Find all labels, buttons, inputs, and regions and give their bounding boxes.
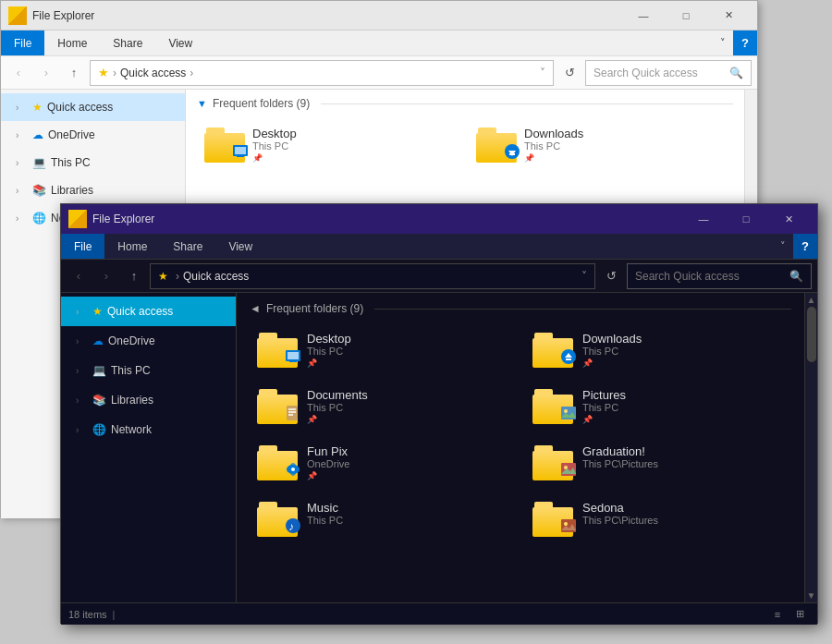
dark-search-box[interactable]: Search Quick access 🔍 (627, 263, 812, 289)
dark-pictures-pin-icon: 📌 (582, 415, 784, 424)
light-folder-downloads[interactable]: Downloads This PC 📌 (469, 121, 733, 168)
light-section-header: ▼ Frequent folders (9) (197, 97, 733, 110)
dark-sidebar-item-quickaccess[interactable]: › ★ Quick access (61, 297, 236, 326)
dark-close-button[interactable]: ✕ (767, 204, 810, 234)
dark-scrollbar[interactable]: ▲ ▼ (804, 293, 817, 602)
dark-ribbon-help[interactable]: ? (793, 234, 817, 259)
dark-tab-home[interactable]: Home (104, 234, 160, 259)
dark-downloads-name: Downloads (582, 332, 784, 346)
light-up-button[interactable]: ↑ (62, 61, 86, 85)
dark-status-text: 18 items (68, 609, 107, 620)
svg-rect-12 (287, 406, 298, 420)
dark-folder-graduation[interactable]: Graduation! This PC\Pictures 📌 (525, 439, 791, 486)
dark-scrollbar-thumb[interactable] (807, 307, 816, 362)
dark-onedrive-cloud-icon: ☁ (92, 334, 104, 347)
dark-documents-name: Documents (307, 388, 508, 402)
dark-funpix-name: Fun Pix (307, 444, 508, 458)
light-ribbon-help[interactable]: ? (733, 30, 757, 55)
light-sidebar-item-quickaccess[interactable]: › ★ Quick access (1, 93, 185, 121)
dark-status-divider: | (113, 609, 116, 620)
light-desktop-name: Desktop (252, 127, 454, 140)
light-window-controls: — □ ✕ (622, 1, 750, 30)
dark-desktop-badge-icon (285, 348, 301, 365)
light-tab-file[interactable]: File (1, 30, 44, 55)
light-close-button[interactable]: ✕ (707, 1, 750, 30)
light-forward-button[interactable]: › (34, 61, 58, 85)
dark-downloads-badge-icon (560, 348, 577, 365)
dark-network-icon: 🌐 (92, 423, 106, 436)
dark-graduation-folder-info: Graduation! This PC\Pictures 📌 (582, 444, 784, 480)
light-sidebar-item-thispc[interactable]: › 💻 This PC (1, 149, 185, 176)
light-tab-share[interactable]: Share (100, 30, 155, 55)
dark-network-expand-icon: › (76, 425, 89, 435)
light-back-button[interactable]: ‹ (6, 61, 31, 85)
dark-folder-sedona[interactable]: Sedona This PC\Pictures 📌 (525, 495, 791, 542)
light-search-box[interactable]: Search Quick access 🔍 (585, 60, 752, 86)
dark-up-button[interactable]: ↑ (122, 264, 146, 288)
light-ribbon-bar: File Home Share View ˅ ? (1, 30, 757, 56)
dark-folder-funpix[interactable]: Fun Pix OneDrive 📌 (250, 439, 516, 486)
light-sidebar-libraries-label: Libraries (51, 184, 93, 197)
light-folder-desktop[interactable]: Desktop This PC 📌 (197, 121, 461, 168)
dark-folder-downloads[interactable]: Downloads This PC 📌 (525, 326, 791, 373)
light-sidebar-item-libraries[interactable]: › 📚 Libraries (1, 176, 185, 204)
dark-pictures-badge-icon (560, 405, 577, 421)
dark-folders-grid: Desktop This PC 📌 (250, 326, 791, 542)
dark-refresh-button[interactable]: ↺ (599, 264, 623, 288)
light-ribbon-chevron[interactable]: ˅ (713, 30, 733, 55)
dark-address-path[interactable]: ★ › Quick access ˅ (150, 263, 595, 289)
dark-ribbon-chevron[interactable]: ˅ (773, 234, 793, 259)
dark-quickaccess-expand-icon: › (76, 307, 89, 317)
dark-sidebar-item-network[interactable]: › 🌐 Network (61, 415, 236, 444)
dark-path-chevron-icon: ˅ (581, 270, 587, 283)
dark-documents-folder-info: Documents This PC 📌 (307, 388, 508, 424)
dark-maximize-button[interactable]: □ (725, 204, 767, 234)
light-section-divider (321, 103, 733, 104)
dark-window-title: File Explorer (92, 213, 682, 225)
dark-sidebar-thispc-label: This PC (111, 364, 151, 377)
light-refresh-button[interactable]: ↺ (557, 61, 581, 85)
light-tab-home[interactable]: Home (44, 30, 100, 55)
dark-details-view-button[interactable]: ≡ (767, 605, 788, 624)
dark-downloads-folder-icon (532, 333, 573, 368)
dark-sidebar-item-onedrive[interactable]: › ☁ OneDrive (61, 326, 236, 356)
light-desktop-folder-info: Desktop This PC 📌 (252, 127, 454, 163)
dark-path-text: Quick access (183, 270, 249, 283)
light-maximize-button[interactable]: □ (665, 1, 707, 30)
dark-tab-file[interactable]: File (61, 234, 104, 259)
dark-desktop-folder-info: Desktop This PC 📌 (307, 332, 508, 368)
dark-section-header: ◄ Frequent folders (9) (250, 302, 791, 315)
dark-sidebar-item-thispc[interactable]: › 💻 This PC (61, 356, 236, 385)
dark-tiles-view-button[interactable]: ⊞ (789, 605, 810, 624)
dark-downloads-folder-info: Downloads This PC 📌 (582, 332, 784, 368)
dark-folder-pictures[interactable]: Pictures This PC 📌 (525, 383, 791, 430)
dark-folder-documents[interactable]: Documents This PC 📌 (250, 383, 516, 430)
light-path-separator: › (113, 67, 116, 79)
light-downloads-folder-icon (476, 128, 517, 163)
dark-sidebar-item-libraries[interactable]: › 📚 Libraries (61, 385, 236, 415)
light-minimize-button[interactable]: — (622, 1, 665, 30)
light-path-sep2: › (190, 67, 193, 79)
dark-view-icons: ≡ ⊞ (767, 605, 810, 624)
light-section-label: Frequent folders (9) (213, 97, 310, 110)
dark-sidebar: › ★ Quick access › ☁ OneDrive › 💻 This P… (61, 293, 237, 602)
light-sidebar-item-onedrive[interactable]: › ☁ OneDrive (1, 121, 185, 149)
dark-search-placeholder: Search Quick access (635, 270, 789, 283)
light-address-path[interactable]: ★ › Quick access › ˅ (90, 60, 554, 86)
dark-scroll-down-button[interactable]: ▼ (807, 590, 816, 601)
light-tab-view[interactable]: View (155, 30, 205, 55)
dark-minimize-button[interactable]: — (682, 204, 725, 234)
light-search-placeholder: Search Quick access (593, 67, 729, 79)
dark-back-button[interactable]: ‹ (67, 264, 91, 288)
svg-rect-2 (237, 155, 244, 157)
dark-folder-music[interactable]: ♪ Music This PC 📌 (250, 495, 516, 542)
dark-sedona-sub: This PC\Pictures (582, 515, 784, 526)
light-path-star-icon: ★ (98, 66, 109, 79)
dark-section-label: Frequent folders (9) (266, 302, 363, 315)
dark-folder-desktop[interactable]: Desktop This PC 📌 (250, 326, 516, 373)
light-libraries-expand-icon: › (16, 186, 29, 196)
dark-scroll-up-button[interactable]: ▲ (807, 295, 816, 305)
dark-tab-view[interactable]: View (215, 234, 265, 259)
dark-forward-button[interactable]: › (94, 264, 118, 288)
dark-tab-share[interactable]: Share (160, 234, 215, 259)
